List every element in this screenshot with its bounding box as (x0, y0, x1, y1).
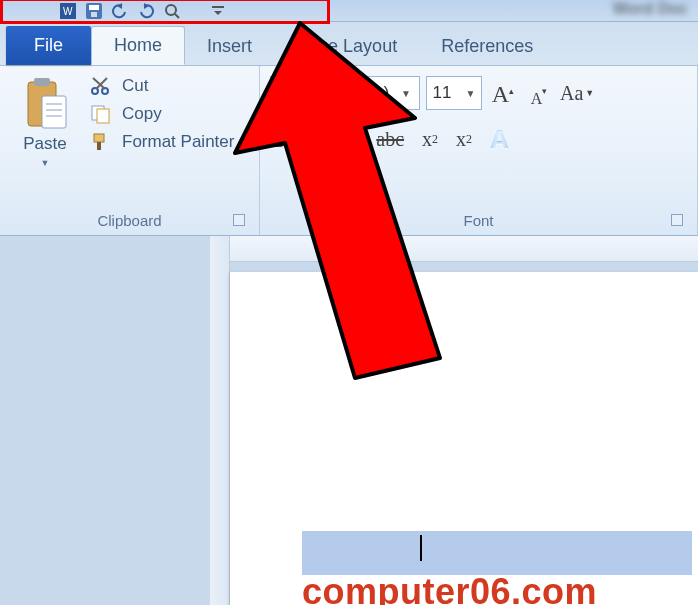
italic-button[interactable]: I (304, 126, 312, 153)
paste-icon (22, 76, 68, 130)
tab-page-layout[interactable]: Page Layout (274, 28, 419, 65)
font-size-value: 11 (433, 83, 452, 103)
grow-font-button[interactable]: A▴ (488, 78, 518, 108)
save-icon[interactable] (86, 3, 102, 19)
superscript-button[interactable]: x2 (456, 128, 472, 151)
ribbon-tabs: File Home Insert Page Layout References (0, 22, 698, 66)
cut-button[interactable]: Cut (90, 76, 234, 96)
svg-point-5 (166, 5, 176, 15)
scissors-icon (90, 76, 112, 96)
paste-label: Paste (23, 134, 66, 154)
redo-icon[interactable] (138, 3, 154, 19)
text-effects-button[interactable]: A (490, 124, 509, 155)
svg-rect-21 (97, 142, 101, 150)
format-painter-label: Format Painter (122, 132, 234, 152)
font-name-value: Body) (345, 83, 389, 103)
tab-references[interactable]: References (419, 28, 555, 65)
word-icon: W (60, 3, 76, 19)
quick-access-toolbar: W (0, 0, 698, 22)
customize-qat-icon[interactable] (210, 3, 226, 19)
group-label-clipboard: Clipboard (10, 208, 249, 235)
svg-rect-20 (94, 134, 104, 142)
copy-button[interactable]: Copy (90, 104, 234, 124)
font-size-select[interactable]: 11 ▼ (426, 76, 482, 110)
tab-insert[interactable]: Insert (185, 28, 274, 65)
change-case-button[interactable]: Aa▼ (560, 82, 594, 105)
copy-label: Copy (122, 104, 162, 124)
svg-rect-10 (42, 96, 66, 128)
horizontal-ruler (230, 236, 698, 262)
font-name-select[interactable]: Body) ▼ (270, 76, 420, 110)
strikethrough-button[interactable]: abc (376, 128, 404, 151)
watermark-text: computer06.com (302, 571, 597, 605)
svg-rect-9 (34, 78, 50, 86)
zoom-icon[interactable] (164, 3, 180, 19)
chevron-down-icon: ▼ (466, 88, 476, 99)
chevron-down-icon: ▼ (401, 88, 411, 99)
watermark-bar (302, 531, 692, 575)
group-clipboard: Paste ▼ Cut Copy (0, 66, 260, 235)
group-font: Body) ▼ 11 ▼ A▴ A▾ Aa▼ B I (260, 66, 698, 235)
svg-rect-3 (89, 5, 99, 10)
tab-home[interactable]: Home (91, 26, 185, 65)
format-painter-button[interactable]: Format Painter (90, 132, 234, 152)
tab-file[interactable]: File (6, 26, 91, 65)
shrink-font-button[interactable]: A▾ (524, 78, 554, 108)
subscript-button[interactable]: x2 (422, 128, 438, 151)
svg-rect-19 (97, 109, 109, 123)
underline-button[interactable]: U▼ (330, 126, 358, 153)
window-title-blur: Word Doc (613, 0, 688, 18)
cut-label: Cut (122, 76, 148, 96)
text-cursor (420, 535, 422, 561)
undo-icon[interactable] (112, 3, 128, 19)
group-label-font: Font (270, 208, 687, 235)
copy-icon (90, 104, 112, 124)
vertical-ruler (210, 236, 230, 605)
svg-rect-4 (91, 12, 97, 17)
chevron-down-icon[interactable]: ▼ (41, 158, 50, 168)
svg-text:W: W (63, 6, 73, 17)
svg-line-6 (175, 14, 179, 18)
bold-button[interactable]: B (270, 126, 286, 153)
ribbon: Paste ▼ Cut Copy (0, 66, 698, 236)
paintbrush-icon (90, 132, 112, 152)
paste-button[interactable]: Paste ▼ (10, 72, 80, 168)
